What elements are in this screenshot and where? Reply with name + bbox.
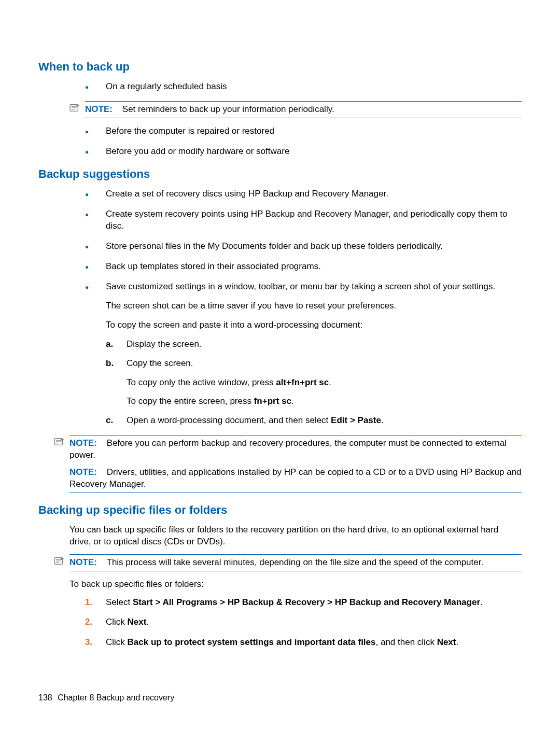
shortcut-line: To copy only the active window, press al…: [127, 377, 522, 389]
page-footer: 138 Chapter 8 Backup and recovery: [38, 692, 174, 704]
note-label: NOTE:: [69, 467, 97, 477]
step-a: a. Display the screen.: [106, 339, 522, 350]
note-icon: [69, 103, 81, 113]
period: .: [456, 637, 458, 647]
list-item: Create system recovery points using HP B…: [85, 208, 522, 232]
note-process-time: NOTE: This process will take several min…: [69, 554, 522, 571]
step-post: , and then click: [376, 637, 437, 647]
option-name: Back up to protect system settings and i…: [128, 637, 376, 647]
heading-backup-suggestions: Backup suggestions: [38, 166, 522, 182]
lettered-steps: a. Display the screen. b. Copy the scree…: [106, 339, 522, 427]
period: .: [480, 597, 483, 607]
note-icon: [54, 437, 65, 446]
step-pre: Click: [106, 617, 128, 627]
heading-when-to-back-up: When to back up: [38, 59, 522, 75]
step-c: c. Open a word-processing document, and …: [106, 415, 522, 427]
note-label: NOTE:: [69, 557, 97, 567]
step-b: b. Copy the screen. To copy only the act…: [106, 358, 522, 408]
step-number: 2.: [85, 616, 92, 628]
keyboard-shortcut: fn+prt sc: [254, 396, 291, 406]
note-spacer: [100, 438, 107, 448]
step-label: b.: [106, 358, 114, 370]
page-number: 138: [38, 693, 52, 702]
note-icon: [54, 556, 65, 566]
step-pre: Select: [106, 597, 133, 607]
heading-backing-up-specific: Backing up specific files or folders: [38, 502, 522, 518]
chapter-title: Chapter 8 Backup and recovery: [58, 693, 174, 702]
list-item: On a regularly scheduled basis: [85, 81, 522, 93]
note-text: [115, 104, 122, 114]
list-item: Store personal files in the My Documents…: [85, 241, 522, 252]
note-label: NOTE:: [69, 438, 97, 448]
numbered-steps: 1. Select Start > All Programs > HP Back…: [85, 597, 522, 649]
when-list: On a regularly scheduled basis: [85, 81, 522, 93]
button-name: Next: [437, 637, 456, 647]
intro-paragraph: You can back up specific files or folder…: [69, 524, 522, 548]
step-number: 3.: [85, 637, 92, 649]
suggestions-list: Create a set of recovery discs using HP …: [85, 188, 522, 427]
button-name: Next: [128, 617, 147, 627]
list-item: Before you add or modify hardware or sof…: [85, 146, 522, 158]
period: .: [381, 415, 384, 425]
step-pre: Click: [106, 637, 128, 647]
note-spacer: [100, 557, 107, 567]
note-extra: NOTE: Drivers, utilities, and applicatio…: [69, 467, 522, 490]
keyboard-shortcut: alt+fn+prt sc: [276, 377, 329, 387]
note-text: Drivers, utilities, and applications ins…: [69, 467, 522, 489]
shortcut-pre: To copy the entire screen, press: [127, 396, 254, 406]
step-text-pre: Open a word-processing document, and the…: [127, 415, 331, 425]
step-label: a.: [106, 339, 113, 350]
menu-path: Start > All Programs > HP Backup & Recov…: [133, 597, 480, 607]
list-item-text: Save customized settings in a window, to…: [106, 282, 495, 291]
list-item: Save customized settings in a window, to…: [85, 281, 522, 427]
shortcut-line: To copy the entire screen, press fn+prt …: [127, 396, 522, 407]
note-external-power: NOTE: Before you can perform backup and …: [69, 435, 522, 493]
step-1: 1. Select Start > All Programs > HP Back…: [85, 597, 522, 609]
period: .: [291, 396, 294, 406]
list-item: Before the computer is repaired or resto…: [85, 125, 522, 137]
list-item: Create a set of recovery discs using HP …: [85, 188, 522, 200]
when-list-2: Before the computer is repaired or resto…: [85, 125, 522, 158]
note-text-body: Set reminders to back up your informatio…: [122, 104, 334, 114]
step-2: 2. Click Next.: [85, 616, 522, 628]
sub-paragraph: To copy the screen and paste it into a w…: [106, 319, 522, 331]
note-label: NOTE:: [85, 104, 113, 114]
note-text: This process will take several minutes, …: [107, 557, 484, 567]
menu-path: Edit > Paste: [331, 415, 381, 425]
period: .: [146, 617, 149, 627]
note-spacer: [100, 467, 107, 477]
note-reminders: NOTE: Set reminders to back up your info…: [85, 101, 522, 118]
sub-paragraph: The screen shot can be a time saver if y…: [106, 300, 522, 312]
step-number: 1.: [85, 597, 92, 609]
step-3: 3. Click Back up to protect system setti…: [85, 637, 522, 649]
list-item: Back up templates stored in their associ…: [85, 261, 522, 273]
step-text: Display the screen.: [127, 339, 202, 349]
shortcut-pre: To copy only the active window, press: [127, 377, 276, 387]
step-text: Copy the screen.: [127, 358, 193, 368]
note-text: Before you can perform backup and recove…: [69, 438, 507, 460]
lead-paragraph: To back up specific files or folders:: [69, 579, 522, 591]
period: .: [329, 377, 331, 387]
step-label: c.: [106, 415, 113, 427]
